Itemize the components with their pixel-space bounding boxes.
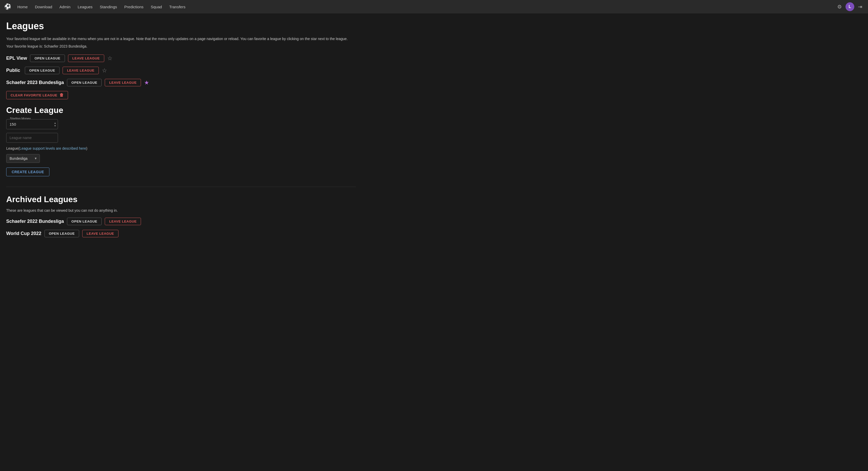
nav-squad[interactable]: Squad	[148, 3, 165, 11]
starting-money-wrapper: ▲ ▼	[6, 119, 58, 129]
open-league-schaefer-2023-button[interactable]: OPEN LEAGUE	[67, 79, 102, 86]
leave-league-epl-button[interactable]: LEAVE LEAGUE	[68, 55, 104, 62]
archived-league-name-worldcup-2022: World Cup 2022	[6, 231, 41, 236]
leave-archived-schaefer-2022-button[interactable]: LEAVE LEAGUE	[105, 218, 141, 225]
create-league-title: Create League	[6, 105, 356, 115]
nav-standings[interactable]: Standings	[97, 3, 120, 11]
open-league-public-button[interactable]: OPEN LEAGUE	[25, 67, 60, 74]
league-row-public: Public OPEN LEAGUE LEAVE LEAGUE ☆	[6, 67, 356, 74]
archived-leagues-description: These are leagues that can be viewed but…	[6, 208, 356, 212]
main-content: Leagues Your favorited league will be av…	[0, 13, 362, 249]
archived-leagues-title: Archived Leagues	[6, 195, 356, 204]
clear-favorite-league-button[interactable]: CLEAR FAVORITE LEAGUE 🗑	[6, 91, 68, 99]
archived-league-row-schaefer-2022: Schaefer 2022 Bundesliga OPEN LEAGUE LEA…	[6, 218, 356, 225]
leave-league-schaefer-2023-button[interactable]: LEAVE LEAGUE	[105, 79, 141, 86]
trash-icon: 🗑	[60, 93, 64, 97]
favorite-star-epl[interactable]: ☆	[107, 55, 113, 62]
open-archived-schaefer-2022-button[interactable]: OPEN LEAGUE	[67, 218, 102, 225]
avatar[interactable]: L	[845, 2, 854, 11]
clear-favorite-label: CLEAR FAVORITE LEAGUE	[10, 93, 57, 97]
nav-transfers[interactable]: Transfers	[166, 3, 189, 11]
favorite-star-public[interactable]: ☆	[102, 67, 107, 74]
nav-download[interactable]: Download	[32, 3, 55, 11]
league-row-schaefer-2023: Schaefer 2023 Bundesliga OPEN LEAGUE LEA…	[6, 79, 356, 86]
gear-icon[interactable]: ⚙	[836, 2, 843, 11]
logout-icon[interactable]: ⇥	[856, 2, 864, 11]
league-name-field	[6, 133, 356, 143]
leave-league-public-button[interactable]: LEAVE LEAGUE	[63, 67, 99, 74]
section-divider	[6, 187, 356, 187]
starting-money-field: Starting Money ▲ ▼	[6, 119, 356, 129]
leave-archived-worldcup-2022-button[interactable]: LEAVE LEAGUE	[82, 230, 119, 237]
league-support-link[interactable]: League support levels are described here	[20, 146, 86, 150]
nav-admin[interactable]: Admin	[56, 3, 74, 11]
create-league-button[interactable]: CREATE LEAGUE	[6, 168, 50, 176]
starting-money-input[interactable]	[6, 119, 58, 129]
league-name-input[interactable]	[6, 133, 58, 143]
favorite-star-schaefer-2023[interactable]: ★	[144, 79, 149, 86]
nav-predictions[interactable]: Predictions	[121, 3, 147, 11]
league-support-text: League(League support levels are describ…	[6, 146, 356, 150]
open-archived-worldcup-2022-button[interactable]: OPEN LEAGUE	[44, 230, 79, 237]
create-league-section: Create League Starting Money ▲ ▼ League(…	[6, 105, 356, 176]
nav-leagues[interactable]: Leagues	[74, 3, 96, 11]
site-logo-icon: ⚽	[4, 3, 11, 10]
open-league-epl-button[interactable]: OPEN LEAGUE	[30, 55, 65, 62]
archived-league-name-schaefer-2022: Schaefer 2022 Bundesliga	[6, 219, 64, 224]
archived-league-row-worldcup-2022: World Cup 2022 OPEN LEAGUE LEAVE LEAGUE	[6, 230, 356, 237]
page-description: Your favorited league will be available …	[6, 36, 356, 42]
nav-home[interactable]: Home	[14, 3, 31, 11]
competition-select-wrapper: Bundesliga EPL La Liga Serie A Ligue 1 ▼	[6, 154, 40, 163]
league-name-schaefer-2023: Schaefer 2023 Bundesliga	[6, 80, 64, 85]
number-spinner[interactable]: ▲ ▼	[54, 122, 56, 127]
archived-leagues-section: Archived Leagues These are leagues that …	[6, 195, 356, 237]
competition-select[interactable]: Bundesliga EPL La Liga Serie A Ligue 1	[6, 154, 40, 163]
league-row-epl: EPL View OPEN LEAGUE LEAVE LEAGUE ☆	[6, 55, 356, 62]
league-name-public: Public	[6, 68, 22, 73]
favorite-league-info: Your favorite league is: Schaefer 2023 B…	[6, 44, 356, 48]
page-title: Leagues	[6, 21, 356, 32]
navigation: ⚽ Home Download Admin Leagues Standings …	[0, 0, 868, 13]
league-name-epl: EPL View	[6, 56, 27, 61]
